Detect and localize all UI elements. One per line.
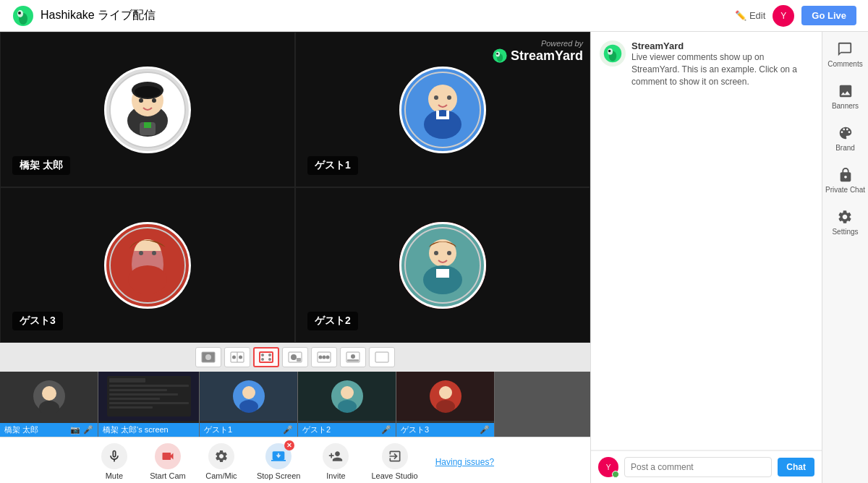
palette-icon [838,125,854,141]
header-right: ✏️ Edit Y Go Live [735,5,856,27]
streamyard-avatar [600,40,626,67]
svg-point-81 [608,50,611,53]
layout-two-button[interactable] [253,347,279,367]
svg-point-23 [447,95,451,100]
screen-share-icon [271,449,286,463]
guest1-avatar-svg [403,70,482,150]
layout-solo-button[interactable] [195,347,221,367]
guest2-avatar-svg [403,226,482,305]
leave-studio-button[interactable]: Leave Studio [371,443,417,480]
stage-participant-guest3: ゲスト3 [0,187,295,343]
svg-rect-68 [109,406,153,409]
stop-screen-label: Stop Screen [257,471,301,480]
invite-button[interactable]: Invite [318,443,354,480]
participant-thumb-guest1[interactable]: ゲスト1 🎤 [200,372,298,437]
layout-solo-icon [201,351,216,363]
start-cam-icon-circle [155,443,181,469]
layout-banner-icon [346,351,360,363]
svg-point-34 [447,251,451,255]
sidebar-item-brand[interactable]: Brand [835,124,855,152]
mute-button[interactable]: Mute [96,443,132,480]
stage-avatar-guest1 [399,67,486,153]
banners-icon [837,82,854,100]
participant-thumb-guest2[interactable]: ゲスト2 🎤 [298,372,396,437]
leave-studio-label: Leave Studio [371,471,417,480]
svg-rect-21 [439,111,446,116]
streamyard-comment: StreamYard Live viewer comments show up … [600,40,813,87]
layout-three-button[interactable] [311,347,337,367]
sidebar-item-private-chat[interactable]: Private Chat [825,166,865,194]
person-add-icon [328,449,343,463]
svg-point-12 [135,86,161,98]
start-cam-button[interactable]: Start Cam [150,443,186,480]
comment-input[interactable] [624,457,772,477]
go-live-button[interactable]: Go Live [801,6,856,25]
svg-point-28 [152,251,156,255]
layout-blank-button[interactable] [369,347,395,367]
user-avatar-button[interactable]: Y [773,5,794,27]
chat-bubble-icon [837,41,853,57]
edit-button[interactable]: ✏️ Edit [735,10,765,21]
participant-thumb-host[interactable]: 橋架 太郎 📷 🎤 [0,372,98,437]
svg-point-22 [434,95,438,100]
private-chat-icon [837,166,854,184]
layout-three-icon [317,351,331,363]
stage-name-guest1: ゲスト1 [307,156,358,175]
stage-name-guest3: ゲスト3 [12,312,63,330]
layout-pip-icon [288,351,302,363]
participant-thumb-screen[interactable]: 橋架 太郎's screen [98,372,200,437]
camera-icon [161,449,175,463]
cam-mic-button[interactable]: Cam/Mic [203,443,239,480]
sidebar-item-settings[interactable]: Settings [832,208,858,236]
invite-icon [323,443,349,469]
stop-screen-icon-circle: ✕ [265,443,292,469]
layout-two-icon [259,351,273,363]
participant-name-bar-guest2: ゲスト2 🎤 [298,423,396,437]
icons-panel: Comments Banners Brand Private Chat Sett… [822,32,868,483]
leave-icon [382,443,408,469]
stage-avatar-guest3 [104,222,191,309]
participant-name-bar-host: 橋架 太郎 📷 🎤 [0,423,98,437]
stop-badge-icon: ✕ [286,442,292,449]
guest1-thumb-avatar [231,379,266,414]
sidebar-item-comments[interactable]: Comments [827,40,862,68]
layout-pip-button[interactable] [282,347,308,367]
participant-thumb-guest3[interactable]: ゲスト3 🎤 [396,372,495,437]
svg-point-77 [436,400,455,413]
layout-banner-button[interactable] [340,347,366,367]
layout-side-button[interactable] [224,347,250,367]
svg-point-76 [439,386,452,399]
participant-name-guest1: ゲスト1 [204,424,232,435]
layout-bar [0,343,590,372]
participant-video-guest1 [200,372,297,421]
svg-point-54 [351,354,355,359]
participant-video-guest3 [396,372,494,421]
participants-strip: 橋架 太郎 📷 🎤 [0,372,590,437]
mute-label: Mute [106,471,123,480]
svg-rect-63 [109,385,189,387]
svg-rect-67 [109,402,189,404]
chat-button[interactable]: Chat [778,458,814,476]
cam-mic-label: Cam/Mic [205,471,237,480]
lock-icon [838,167,854,183]
svg-point-26 [128,265,167,294]
user-avatar-comment: Y [598,457,618,477]
layout-side-icon [230,351,244,363]
svg-rect-32 [436,269,449,278]
guest3-thumb-avatar [428,379,463,414]
stage-participant-host: 橋架 太郎 [0,32,295,187]
participant-name-bar-guest3: ゲスト3 🎤 [396,423,494,437]
comments-label: Comments [827,60,862,68]
host-avatar-svg [108,70,187,150]
stop-screen-button[interactable]: ✕ Stop Screen [257,443,301,480]
camera-icon-host: 📷 [70,425,80,435]
svg-point-27 [139,251,143,255]
svg-point-50 [319,356,323,359]
edit-icon: ✏️ [735,10,746,21]
svg-rect-62 [109,378,145,382]
sidebar-item-banners[interactable]: Banners [832,82,859,110]
comments-icon [836,40,854,58]
having-issues-link[interactable]: Having issues? [435,457,494,467]
svg-rect-41 [260,352,273,362]
svg-point-13 [139,98,143,103]
